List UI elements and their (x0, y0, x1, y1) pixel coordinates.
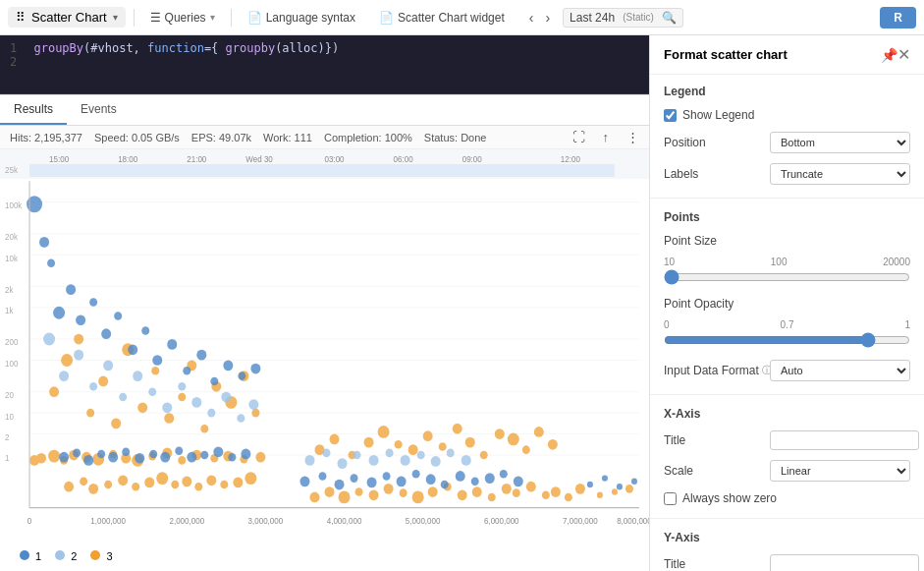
point-opacity-row: Point Opacity (650, 292, 924, 315)
tab-events[interactable]: Events (67, 95, 131, 125)
stat-hits: Hits: 2,195,377 (10, 132, 82, 143)
xaxis-show-zero-row: Always show zero (650, 486, 924, 510)
yaxis-title-input[interactable] (770, 554, 919, 571)
queries-chevron: ▾ (210, 12, 215, 23)
svg-point-168 (471, 478, 479, 486)
svg-text:10: 10 (5, 411, 14, 421)
main-layout: 1 groupBy(#vhost, function={ groupby(all… (0, 35, 924, 571)
legend-item-3: 3 (90, 550, 112, 562)
svg-point-174 (617, 484, 623, 489)
svg-text:25k: 25k (5, 164, 19, 174)
svg-point-34 (36, 453, 46, 464)
svg-point-88 (384, 484, 394, 494)
svg-text:12:00: 12:00 (561, 154, 580, 164)
svg-point-67 (61, 354, 73, 367)
queries-btn[interactable]: ☰ Queries ▾ (142, 8, 223, 28)
input-data-format-select[interactable]: AutoManual (770, 360, 910, 381)
time-range[interactable]: Last 24h (Static) 🔍 (563, 8, 683, 28)
svg-point-129 (89, 298, 97, 307)
svg-point-62 (206, 475, 216, 485)
more-icon[interactable]: ⋮ (626, 130, 639, 144)
svg-point-147 (122, 448, 130, 457)
svg-point-194 (353, 451, 361, 460)
run-button[interactable]: R (880, 7, 916, 29)
svg-point-61 (194, 483, 202, 491)
svg-point-193 (338, 458, 348, 469)
results-wrapper: Results Events Hits: 2,195,377 Speed: 0.… (0, 94, 649, 571)
svg-point-125 (47, 259, 55, 268)
legend-item-1: 1 (20, 550, 41, 562)
export-icon[interactable]: ↑ (603, 130, 610, 144)
svg-point-93 (458, 489, 467, 500)
svg-point-53 (88, 484, 98, 494)
svg-point-108 (395, 440, 403, 449)
svg-point-139 (223, 361, 233, 371)
chart-title[interactable]: ⠿ Scatter Chart ▾ (8, 7, 126, 28)
time-sub: (Static) (623, 12, 654, 23)
svg-point-117 (522, 445, 530, 454)
svg-point-35 (48, 450, 60, 463)
point-opacity-max: 1 (904, 319, 910, 330)
svg-point-65 (245, 472, 256, 485)
show-legend-checkbox[interactable] (664, 109, 677, 122)
labels-row: Labels TruncateFullNone (650, 158, 924, 190)
widget-label: Scatter Chart widget (398, 11, 505, 25)
svg-point-119 (548, 439, 558, 450)
svg-point-155 (228, 453, 236, 462)
svg-point-156 (241, 449, 250, 460)
syntax-btn[interactable]: 📄 Language syntax (240, 8, 363, 28)
editor[interactable]: 1 groupBy(#vhost, function={ groupby(all… (0, 35, 649, 94)
point-size-slider[interactable] (664, 269, 910, 285)
svg-point-182 (133, 371, 142, 381)
position-select[interactable]: BottomTopLeftRight (770, 132, 910, 153)
svg-point-106 (364, 437, 374, 448)
svg-point-71 (111, 418, 121, 428)
search-icon[interactable]: 🔍 (662, 11, 677, 25)
yaxis-section: Y-Axis Title Scale LinearLogarithmic (650, 521, 924, 571)
svg-text:4,000,000: 4,000,000 (327, 515, 362, 525)
svg-point-181 (119, 393, 127, 402)
svg-point-120 (597, 492, 603, 498)
svg-point-75 (164, 413, 174, 424)
xaxis-scale-row: Scale LinearLogarithmic (650, 455, 924, 486)
svg-point-137 (196, 350, 206, 361)
svg-point-132 (128, 344, 137, 355)
svg-point-199 (431, 456, 441, 467)
results-tabs: Results Events (0, 95, 649, 126)
scatter-icon: ⠿ (16, 10, 26, 25)
svg-point-183 (148, 387, 156, 396)
point-opacity-slider[interactable] (664, 332, 910, 348)
labels-select[interactable]: TruncateFullNone (770, 163, 910, 185)
xaxis-title-row: Title (650, 426, 924, 455)
xaxis-title-input[interactable] (770, 430, 919, 450)
svg-rect-10 (29, 164, 615, 177)
xaxis-scale-select[interactable]: LinearLogarithmic (770, 460, 910, 482)
svg-text:2,000,000: 2,000,000 (169, 515, 204, 525)
svg-point-57 (144, 478, 154, 488)
svg-point-85 (339, 490, 351, 503)
next-btn[interactable]: › (540, 7, 555, 29)
queries-icon: ☰ (150, 11, 161, 25)
pin-button[interactable]: 📌 (881, 47, 897, 63)
chart-legend: 1 2 3 (10, 545, 123, 567)
svg-point-171 (514, 476, 523, 486)
svg-point-157 (299, 476, 309, 486)
svg-point-87 (369, 489, 379, 500)
prev-btn[interactable]: ‹ (524, 7, 539, 29)
svg-point-160 (351, 474, 358, 483)
svg-point-99 (542, 490, 550, 499)
expand-icon[interactable]: ⛶ (572, 130, 585, 144)
svg-point-195 (369, 455, 379, 466)
xaxis-show-zero-checkbox[interactable] (664, 492, 677, 505)
tab-results[interactable]: Results (0, 95, 67, 125)
close-button[interactable]: ✕ (897, 45, 910, 64)
svg-point-127 (66, 284, 76, 295)
widget-btn[interactable]: 📄 Scatter Chart widget (371, 8, 513, 28)
svg-point-95 (488, 493, 496, 502)
svg-text:100: 100 (5, 359, 19, 369)
svg-point-55 (118, 475, 128, 485)
svg-point-173 (602, 475, 608, 481)
point-opacity-mid: 0.7 (781, 319, 794, 330)
svg-point-185 (178, 382, 186, 391)
point-opacity-labels: 0 0.7 1 (664, 319, 910, 330)
